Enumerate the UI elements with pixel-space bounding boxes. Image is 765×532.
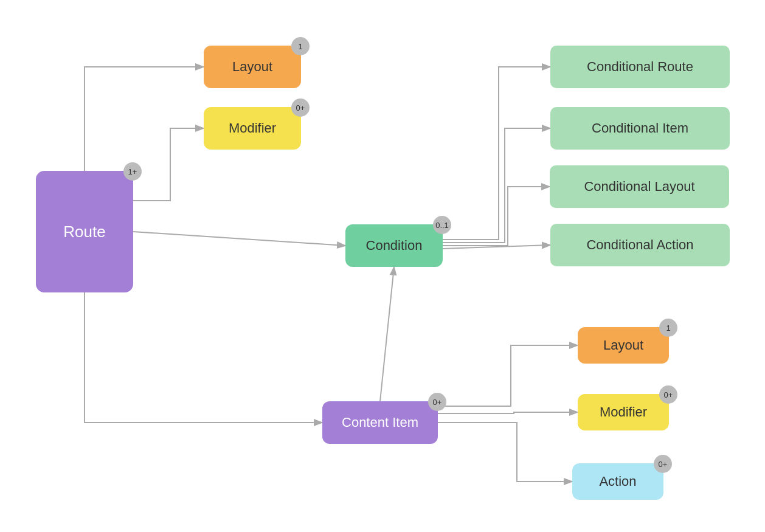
modifier-bottom-badge: 0+: [659, 385, 677, 404]
layout-bottom-badge: 1: [659, 319, 677, 337]
route-label: Route: [63, 223, 105, 241]
content-item-node: 0+ Content Item: [322, 401, 438, 444]
condition-label: Condition: [366, 238, 423, 254]
modifier-top-label: Modifier: [229, 120, 276, 136]
modifier-top-node: 0+ Modifier: [204, 107, 301, 150]
layout-bottom-node: 1 Layout: [578, 327, 669, 364]
route-node: 1+ Route: [36, 171, 133, 292]
route-badge: 1+: [123, 162, 142, 181]
layout-top-badge: 1: [291, 37, 310, 55]
action-node: 0+ Action: [572, 463, 663, 500]
svg-line-0: [133, 232, 345, 246]
conditional-route-label: Conditional Route: [587, 59, 693, 75]
modifier-bottom-node: 0+ Modifier: [578, 394, 669, 430]
conditional-item-node: Conditional Item: [550, 107, 730, 150]
action-badge: 0+: [654, 455, 672, 473]
layout-top-node: 1 Layout: [204, 46, 301, 88]
content-item-label: Content Item: [342, 415, 418, 430]
condition-badge: 0..1: [433, 216, 451, 234]
action-label: Action: [599, 474, 636, 489]
conditional-item-label: Conditional Item: [592, 120, 688, 136]
conditional-action-label: Conditional Action: [586, 237, 693, 253]
conditional-route-node: Conditional Route: [550, 46, 730, 88]
conditional-action-node: Conditional Action: [550, 224, 730, 266]
diagram: 1+ Route 1 Layout 0+ Modifier 0..1 Condi…: [0, 0, 765, 532]
layout-top-label: Layout: [232, 59, 272, 75]
svg-line-2: [380, 267, 394, 401]
layout-bottom-label: Layout: [603, 337, 643, 353]
conditional-layout-label: Conditional Layout: [584, 179, 694, 195]
condition-node: 0..1 Condition: [345, 224, 443, 267]
svg-line-1: [443, 245, 550, 249]
modifier-bottom-label: Modifier: [600, 404, 647, 420]
modifier-top-badge: 0+: [291, 98, 310, 117]
conditional-layout-node: Conditional Layout: [550, 165, 729, 208]
content-item-badge: 0+: [428, 393, 446, 411]
